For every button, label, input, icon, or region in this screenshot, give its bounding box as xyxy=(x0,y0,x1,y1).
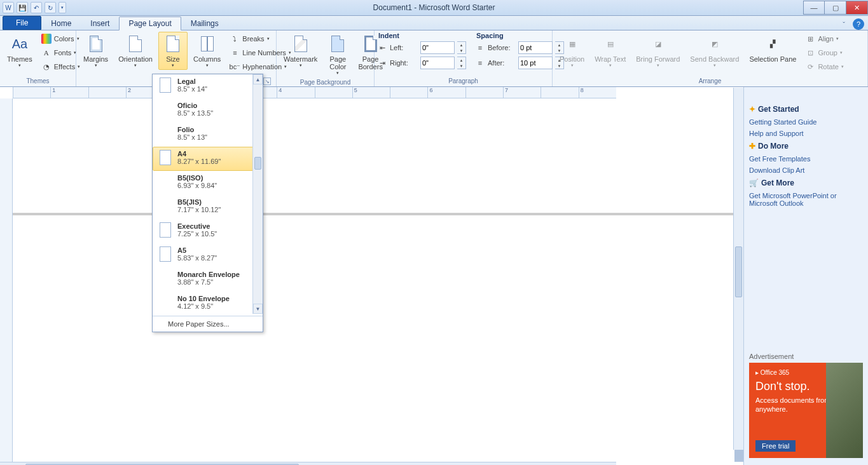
size-option-a4[interactable]: A48.27" x 11.69" xyxy=(153,147,263,171)
watermark-icon xyxy=(291,34,311,54)
spacing-before-input[interactable] xyxy=(518,41,553,54)
page-size-icon xyxy=(160,150,171,165)
tab-file[interactable]: File xyxy=(3,16,41,30)
get-started-header: ✦Get Started xyxy=(749,105,863,114)
size-option-folio[interactable]: Folio8.5" x 13" xyxy=(153,123,263,147)
tab-page-layout[interactable]: Page Layout xyxy=(119,17,181,30)
size-option-legal[interactable]: Legal8.5" x 14" xyxy=(153,74,263,98)
download-clipart-link[interactable]: Download Clip Art xyxy=(749,165,863,176)
size-option-oficio[interactable]: Oficio8.5" x 13.5" xyxy=(153,98,263,123)
word-icon[interactable]: W xyxy=(3,2,14,13)
align-button[interactable]: ⊞Align ▾ xyxy=(802,32,846,46)
maximize-button[interactable]: ▢ xyxy=(825,1,846,15)
indent-left-icon: ⇤ xyxy=(377,43,387,53)
indent-right-spinner[interactable]: ▲▼ xyxy=(457,57,466,69)
group-button[interactable]: ⊡Group ▾ xyxy=(802,46,846,60)
ad-image xyxy=(826,363,863,458)
ribbon-minimize-icon[interactable]: ˇ xyxy=(839,20,849,30)
scroll-up-icon[interactable]: ▲ xyxy=(253,74,263,84)
get-office-link[interactable]: Get Microsoft PowerPoint or Microsoft Ou… xyxy=(749,190,863,209)
page-break-indicator xyxy=(13,213,734,215)
size-option-no-10-envelope[interactable]: No 10 Envelope4.12" x 9.5" xyxy=(153,292,263,316)
vertical-ruler[interactable] xyxy=(0,98,13,462)
indent-left-spinner[interactable]: ▲▼ xyxy=(457,41,466,54)
columns-button[interactable]: Columns▾ xyxy=(189,32,225,70)
selection-pane-button[interactable]: ▞Selection Pane xyxy=(745,32,801,65)
tab-insert[interactable]: Insert xyxy=(81,17,119,30)
size-option-b5-jis-[interactable]: B5(JIS)7.17" x 10.12" xyxy=(153,195,263,219)
size-button[interactable]: Size▾ xyxy=(158,32,188,70)
fonts-icon: A xyxy=(41,48,52,58)
size-option-executive[interactable]: Executive7.25" x 10.5" xyxy=(153,219,263,243)
save-button[interactable]: 💾 xyxy=(17,2,28,13)
size-option-b5-iso-[interactable]: B5(ISO)6.93" x 9.84" xyxy=(153,171,263,195)
page-size-icon xyxy=(160,246,171,262)
window-buttons: — ▢ ✕ xyxy=(803,1,868,15)
watermark-button[interactable]: Watermark▾ xyxy=(279,32,322,70)
indent-left-input[interactable] xyxy=(420,41,455,54)
more-paper-sizes[interactable]: More Paper Sizes... xyxy=(153,316,263,332)
send-backward-icon: ◩ xyxy=(705,34,725,54)
document-page[interactable] xyxy=(13,98,734,462)
dropdown-scrollbar[interactable]: ▲ ▼ xyxy=(252,74,263,314)
bring-forward-icon: ◪ xyxy=(648,34,668,54)
columns-icon xyxy=(197,34,217,54)
size-icon xyxy=(163,34,183,54)
help-support-link[interactable]: Help and Support xyxy=(749,128,863,139)
ribbon: Aa Themes ▾ Colors ▾ AFonts ▾ ◔Effects ▾… xyxy=(0,30,868,87)
group-page-background: Watermark▾ Page Color▾ Page Borders Page… xyxy=(277,30,375,86)
page-setup-launcher[interactable]: ↘ xyxy=(263,78,271,85)
orientation-button[interactable]: Orientation▾ xyxy=(114,32,157,70)
page-color-icon xyxy=(327,34,348,54)
margins-button[interactable]: Margins▾ xyxy=(79,32,113,70)
tab-home[interactable]: Home xyxy=(41,17,81,30)
position-button[interactable]: ▦Position▾ xyxy=(555,32,589,70)
qat-customize[interactable]: ▾ xyxy=(59,2,66,13)
undo-button[interactable]: ↶ xyxy=(31,2,42,13)
page-color-button[interactable]: Page Color▾ xyxy=(323,32,352,78)
help-icon[interactable]: ? xyxy=(853,18,864,30)
colors-icon xyxy=(41,34,52,44)
position-icon: ▦ xyxy=(562,34,582,54)
align-icon: ⊞ xyxy=(805,34,815,44)
do-more-header: ✚Do More xyxy=(749,142,863,151)
spacing-after-input[interactable] xyxy=(518,57,553,69)
horizontal-scrollbar[interactable] xyxy=(0,462,616,465)
wrap-text-icon: ▤ xyxy=(600,34,621,54)
orientation-icon xyxy=(125,34,146,54)
get-templates-link[interactable]: Get Free Templates xyxy=(749,153,863,165)
advertisement[interactable]: ▸ Office 365 Don't stop. Access document… xyxy=(749,363,863,458)
window-title: Document1 - Microsoft Word Starter xyxy=(373,3,495,12)
advertisement-label: Advertisement xyxy=(749,353,863,363)
cart-icon: 🛒 xyxy=(749,179,759,187)
line-numbers-icon: ≡ xyxy=(230,48,240,58)
themes-button[interactable]: Aa Themes ▾ xyxy=(3,32,37,70)
getting-started-guide-link[interactable]: Getting Started Guide xyxy=(749,116,863,128)
group-icon: ⊡ xyxy=(805,48,815,58)
horizontal-ruler[interactable]: 12345678 xyxy=(13,87,616,98)
dropdown-scroll-thumb[interactable] xyxy=(254,157,261,170)
themes-icon: Aa xyxy=(10,34,30,54)
selection-pane-icon: ▞ xyxy=(762,34,783,54)
rotate-icon: ⟳ xyxy=(805,62,815,72)
redo-button[interactable]: ↻ xyxy=(45,2,56,13)
rotate-button[interactable]: ⟳Rotate ▾ xyxy=(802,60,846,74)
ad-cta-button[interactable]: Free trial xyxy=(755,440,796,452)
scroll-down-icon[interactable]: ▼ xyxy=(253,304,263,314)
send-backward-button[interactable]: ◩Send Backward▾ xyxy=(685,32,743,70)
page-size-icon xyxy=(160,222,171,238)
close-button[interactable]: ✕ xyxy=(846,1,868,15)
minimize-button[interactable]: — xyxy=(803,1,825,15)
scrollbar-thumb[interactable] xyxy=(735,246,742,297)
size-option-monarch-envelope[interactable]: Monarch Envelope3.88" x 7.5" xyxy=(153,267,263,292)
indent-right-input[interactable] xyxy=(420,57,455,69)
spacing-before-icon: ≡ xyxy=(475,43,485,53)
tab-mailings[interactable]: Mailings xyxy=(181,17,228,30)
wrap-text-button[interactable]: ▤Wrap Text▾ xyxy=(590,32,630,70)
group-themes: Aa Themes ▾ Colors ▾ AFonts ▾ ◔Effects ▾… xyxy=(0,30,76,86)
size-option-a5[interactable]: A55.83" x 8.27" xyxy=(153,243,263,267)
ribbon-tabs: File Home Insert Page Layout Mailings ˇ … xyxy=(0,16,868,30)
bring-forward-button[interactable]: ◪Bring Forward▾ xyxy=(631,32,684,70)
vertical-scrollbar[interactable] xyxy=(733,88,743,450)
hyphenation-icon: bc⁻ xyxy=(230,62,240,72)
